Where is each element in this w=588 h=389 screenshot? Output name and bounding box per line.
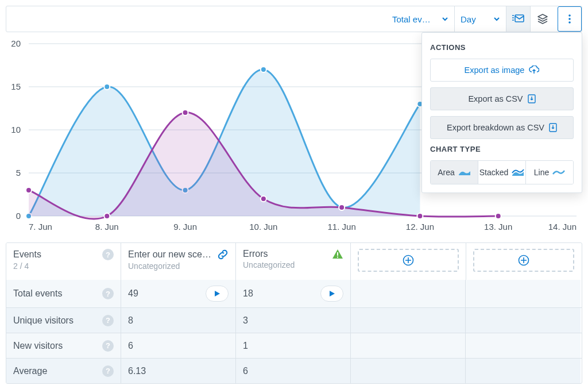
- value-cell: 6: [121, 333, 236, 358]
- chart-toolbar: Total ev… Day: [6, 6, 582, 32]
- layers-icon: [537, 13, 548, 25]
- chart-type-area[interactable]: Area: [431, 161, 478, 184]
- cell-value: 8: [128, 315, 133, 326]
- cell-value: 3: [243, 315, 248, 326]
- value-cell: 18: [236, 280, 351, 307]
- svg-point-3: [568, 21, 571, 24]
- plus-circle-icon: [518, 255, 529, 266]
- row-label: Total events: [13, 288, 96, 299]
- data-point[interactable]: [417, 213, 423, 219]
- chart-type-area-label: Area: [438, 168, 455, 177]
- chevron-down-icon: [442, 16, 448, 22]
- overlay-layers-button[interactable]: [530, 6, 554, 32]
- data-point[interactable]: [339, 205, 345, 210]
- cell-value: 1: [243, 341, 248, 351]
- data-point[interactable]: [183, 110, 188, 115]
- export-csv-label: Export as CSV: [468, 94, 523, 103]
- empty-cell: [466, 359, 581, 383]
- empty-cell: [351, 359, 466, 383]
- row-label-cell: Average?: [6, 359, 121, 383]
- row-label: Average: [13, 366, 96, 376]
- help-icon[interactable]: ?: [102, 365, 114, 377]
- empty-cell: [351, 280, 466, 307]
- y-tick: 20: [11, 38, 21, 48]
- mail-icon: [512, 14, 525, 24]
- kebab-icon: [568, 14, 571, 24]
- y-tick: 15: [11, 82, 21, 91]
- data-point[interactable]: [261, 196, 266, 202]
- add-column-cell-1: [351, 243, 466, 280]
- chart-type-line[interactable]: Line: [526, 161, 573, 184]
- link-icon[interactable]: [217, 249, 229, 260]
- row-label-cell: Unique visitors?: [6, 308, 121, 333]
- play-button[interactable]: [206, 286, 229, 302]
- svg-rect-0: [515, 15, 524, 22]
- chart-type-stacked[interactable]: Stacked: [478, 161, 526, 184]
- actions-heading: ACTIONS: [430, 43, 574, 52]
- data-point[interactable]: [104, 213, 110, 219]
- area-chart-icon: [458, 169, 471, 176]
- stacked-chart-icon: [512, 168, 524, 176]
- value-cell: 3: [236, 308, 351, 333]
- empty-cell: [466, 280, 581, 307]
- add-column-cell-2: [466, 243, 581, 280]
- table-row: Unique visitors?83: [6, 307, 582, 333]
- value-cell: 8: [121, 308, 236, 333]
- x-tick: 9. Jun: [173, 222, 197, 232]
- cell-value: 49: [128, 288, 138, 299]
- column-1-header-cell: Enter our new sce… Uncategorized: [121, 243, 236, 280]
- export-csv-button[interactable]: Export as CSV: [430, 87, 574, 110]
- events-header-title: Events: [13, 249, 41, 260]
- events-header-cell: Events ? 2 / 4: [6, 243, 121, 280]
- help-icon[interactable]: ?: [102, 340, 114, 352]
- cloud-upload-icon: [529, 66, 539, 75]
- value-cell: 49: [121, 280, 236, 307]
- play-button[interactable]: [320, 286, 343, 302]
- value-cell: 6.13: [121, 359, 236, 383]
- add-column-button[interactable]: [473, 249, 574, 272]
- y-tick: 5: [16, 168, 21, 178]
- column-2-title: Errors: [243, 249, 268, 259]
- help-icon[interactable]: ?: [102, 315, 114, 326]
- value-cell: 6: [236, 359, 351, 383]
- row-label: New visitors: [13, 341, 96, 351]
- add-column-button[interactable]: [358, 249, 459, 272]
- row-label-cell: Total events?: [6, 280, 121, 307]
- data-point[interactable]: [104, 84, 110, 90]
- help-icon[interactable]: ?: [102, 249, 114, 260]
- x-tick: 10. Jun: [249, 222, 277, 232]
- table-row: Total events?4918: [6, 280, 582, 307]
- export-breakdown-csv-button[interactable]: Export breakdown as CSV: [430, 116, 574, 139]
- events-counter: 2 / 4: [13, 261, 114, 271]
- export-image-label: Export as image: [465, 66, 525, 75]
- cell-value: 6: [128, 341, 133, 351]
- export-image-button[interactable]: Export as image: [430, 59, 574, 82]
- column-1-title: Enter our new sce…: [128, 249, 211, 260]
- plus-circle-icon: [403, 255, 414, 266]
- row-label-cell: New visitors?: [6, 333, 121, 358]
- x-tick: 13. Jun: [484, 222, 512, 232]
- metrics-table: Events ? 2 / 4 Enter our new sce… Uncate…: [6, 242, 582, 384]
- data-point[interactable]: [26, 187, 32, 193]
- x-tick: 14. Jun: [548, 222, 577, 232]
- actions-popover: ACTIONS Export as image Export as CSV Ex…: [421, 32, 582, 193]
- table-row: Average?6.136: [6, 358, 582, 383]
- granularity-dropdown[interactable]: Day: [454, 6, 506, 32]
- data-point[interactable]: [261, 67, 266, 72]
- table-row: New visitors?61: [6, 333, 582, 358]
- metric-dropdown[interactable]: Total ev…: [386, 6, 454, 32]
- file-download-icon: [549, 123, 557, 132]
- table-body: Total events?4918Unique visitors?83New v…: [6, 280, 582, 383]
- warning-icon[interactable]: [332, 249, 343, 259]
- cell-value: 6: [243, 366, 248, 376]
- data-point[interactable]: [496, 213, 501, 219]
- help-icon[interactable]: ?: [102, 288, 114, 299]
- column-2-subtitle: Uncategorized: [243, 260, 343, 269]
- export-breakdown-label: Export breakdown as CSV: [447, 123, 544, 132]
- empty-cell: [351, 308, 466, 333]
- email-report-button[interactable]: [506, 6, 530, 32]
- row-label: Unique visitors: [13, 315, 96, 326]
- more-actions-button[interactable]: [558, 6, 582, 32]
- x-tick: 8. Jun: [95, 222, 119, 232]
- line-chart-icon: [552, 169, 565, 176]
